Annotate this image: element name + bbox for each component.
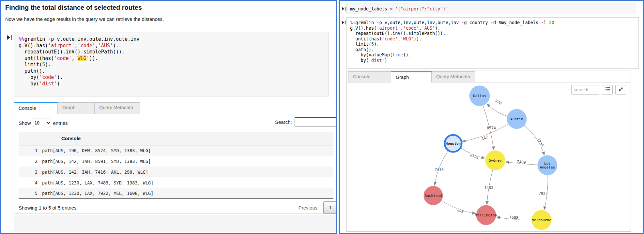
graph-node-wellington[interactable]: Wellington [475, 205, 497, 225]
search-label: Search: [275, 119, 292, 125]
edge-distance-label: 1608 [509, 215, 519, 220]
right-output-tabbar: ConsoleGraphQuery Metadata [348, 71, 631, 82]
graph-node-losangeles[interactable]: LosAngeles [538, 155, 557, 175]
graph-node-sydney[interactable]: Sydney [485, 151, 505, 170]
table-row: 1path[AUS, 190, DFW, 8574, SYD, 1383, WL… [19, 145, 333, 156]
graph-edge-190 [487, 104, 507, 116]
console-column-header[interactable]: Console [38, 132, 333, 145]
svg-text:Austin: Austin [510, 117, 523, 121]
bottom-strip [14, 215, 337, 232]
intro-text: Now we have the edge results in the quer… [5, 16, 164, 22]
right-notebook-panel: my_node_labels = '{"airport":"city"}' %%… [339, 0, 644, 234]
svg-text:Sydney: Sydney [489, 158, 502, 163]
graph-details-button[interactable] [602, 85, 613, 95]
row-number: 5 [19, 188, 38, 199]
edge-distance-label: 7416 [435, 168, 444, 172]
left-notebook-panel: Finding the total distance of selected r… [0, 0, 337, 234]
edge-distance-label: 190 [494, 98, 502, 106]
path-result: path[AUS, 1230, LAX, 7489, SYD, 1383, WL… [38, 177, 333, 188]
right-output-tabstrip: ConsoleGraphQuery Metadata [347, 70, 631, 82]
list-icon [604, 86, 611, 93]
graph-node-auckland[interactable]: Auckland [424, 186, 443, 205]
edge-distance-label: 7489 [517, 159, 526, 165]
svg-text:Wellington: Wellington [475, 213, 497, 217]
page-1-button[interactable]: 1 [323, 201, 337, 214]
entries-select[interactable]: 10 [33, 119, 51, 127]
page-title: Finding the total distance of selected r… [5, 4, 142, 11]
row-number: 3 [19, 167, 38, 177]
graph-canvas-area: 1908574142123085917489741613832987922160… [347, 82, 631, 231]
graph-node-houston[interactable]: Houston [445, 135, 462, 152]
expand-icon [618, 86, 624, 93]
tab-console[interactable]: Console [348, 71, 391, 82]
path-result: path[AUS, 142, IAH, 7416, AKL, 298, WLG] [38, 167, 333, 177]
edge-distance-label: 1230 [536, 138, 544, 148]
graph-node-austin[interactable]: Austin [507, 109, 527, 129]
svg-text:Dallas: Dallas [473, 94, 486, 98]
tab-console[interactable]: Console [14, 102, 58, 114]
table-header-row: Console [19, 132, 333, 145]
edge-distance-label: 8574 [487, 126, 496, 130]
left-output-tabbar: ConsoleGraphQuery Metadata [14, 102, 140, 114]
run-cell-icon [7, 35, 12, 40]
path-result: path[AUS, 1230, LAX, 7922, MEL, 1608, WL… [38, 188, 333, 199]
node-labels-code-cell[interactable]: my_node_labels = '{"airport":"city"}' [346, 4, 636, 14]
route-graph[interactable]: 1908574142123085917489741613832987922160… [347, 82, 631, 232]
table-search-input[interactable] [295, 117, 337, 126]
previous-page-button[interactable]: Previous [299, 205, 317, 211]
screen: Finding the total distance of selected r… [0, 0, 644, 234]
table-info: Showing 1 to 5 of 5 entries [19, 205, 77, 211]
edge-distance-label: 298 [456, 208, 464, 214]
tab-graph[interactable]: Graph [58, 102, 95, 114]
table-row: 3path[AUS, 142, IAH, 7416, AKL, 298, WLG… [19, 167, 333, 177]
path-result: path[AUS, 190, DFW, 8574, SYD, 1383, WLG… [38, 145, 333, 156]
table-footer: Showing 1 to 5 of 5 entries Previous 1 [19, 201, 337, 214]
show-label: Show [19, 120, 31, 126]
table-length-control: Show 10 entries [19, 119, 68, 127]
gremlin-graph-code-cell[interactable]: %%gremlin -p v,oute,inv,oute,inv,oute,in… [346, 17, 639, 69]
row-number-header[interactable] [19, 132, 38, 145]
tab-graph[interactable]: Graph [391, 71, 432, 82]
svg-text:Houston: Houston [446, 141, 461, 146]
svg-text:Auckland: Auckland [425, 194, 442, 198]
graph-fullscreen-button[interactable] [615, 85, 626, 95]
edge-distance-label: 1383 [484, 185, 493, 190]
entries-label: entries [53, 120, 68, 126]
edge-distance-label: 7922 [539, 191, 548, 196]
tab-query-metadata[interactable]: Query Metadata [432, 71, 475, 82]
edge-distance-label: 8591 [469, 153, 480, 160]
row-number: 1 [19, 145, 38, 156]
graph-search-input[interactable] [571, 85, 599, 95]
table-row: 5path[AUS, 1230, LAX, 7922, MEL, 1608, W… [19, 188, 333, 199]
console-results-table: Console 1path[AUS, 190, DFW, 8574, SYD, … [19, 132, 333, 199]
table-row: 2path[AUS, 142, IAH, 8591, SYD, 1383, WL… [19, 156, 333, 167]
table-row: 4path[AUS, 1230, LAX, 7489, SYD, 1383, W… [19, 177, 333, 188]
tab-query-metadata[interactable]: Query Metadata [95, 102, 140, 114]
row-number: 2 [19, 156, 38, 167]
path-result: path[AUS, 142, IAH, 8591, SYD, 1383, WLG… [38, 156, 333, 167]
console-output-panel: Show 10 entries Search: Console 1path[AU… [14, 114, 337, 213]
table-search-control: Search: [275, 117, 337, 126]
graph-node-melbourne[interactable]: Melbourne [532, 210, 551, 230]
graph-output-widget: ConsoleGraphQuery Metadata [346, 70, 631, 232]
row-number: 4 [19, 177, 38, 188]
graph-node-dallas[interactable]: Dallas [469, 86, 490, 106]
gremlin-query-code-cell[interactable]: %%gremlin -p v,oute,inv,oute,inv,oute,in… [14, 33, 329, 96]
edge-distance-label: 142 [481, 135, 489, 141]
pagination: Previous 1 [299, 201, 337, 214]
svg-text:Melbourne: Melbourne [532, 218, 551, 222]
